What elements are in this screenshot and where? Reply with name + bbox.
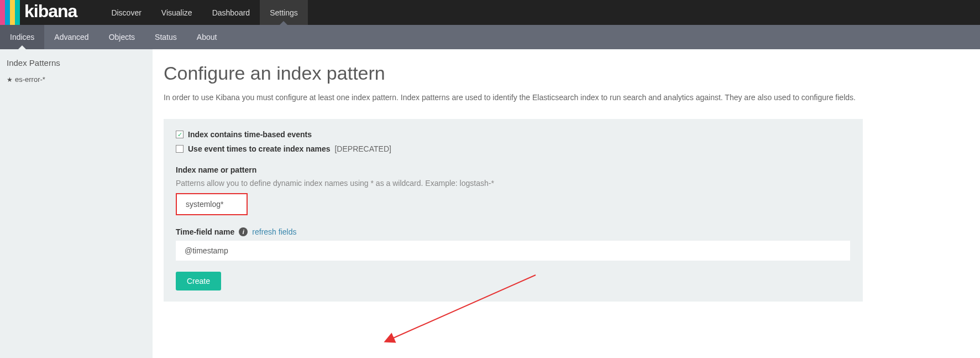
sub-nav: Indices Advanced Objects Status About	[0, 25, 980, 49]
time-field-select[interactable]: @timestamp	[176, 241, 850, 261]
index-name-help: Patterns allow you to define dynamic ind…	[176, 179, 851, 188]
checkbox-time-label: Index contains time-based events	[188, 130, 312, 139]
nav-discover[interactable]: Discover	[101, 0, 151, 25]
time-field-label: Time-field name	[176, 227, 234, 236]
top-nav: kibana Discover Visualize Dashboard Sett…	[0, 0, 980, 25]
logo-stripes	[0, 0, 20, 25]
annotation-arrow	[381, 269, 547, 347]
sidebar: Index Patterns ★ es-error-*	[0, 49, 153, 358]
index-name-label: Index name or pattern	[176, 165, 851, 174]
subnav-advanced[interactable]: Advanced	[44, 25, 98, 49]
page-title: Configure an index pattern	[164, 63, 969, 84]
index-name-highlight	[176, 193, 248, 215]
time-field-row: Time-field name i refresh fields	[176, 227, 851, 236]
star-icon: ★	[7, 76, 13, 84]
checkbox-event-label: Use event times to create index names [D…	[188, 144, 391, 153]
top-nav-items: Discover Visualize Dashboard Settings	[101, 0, 307, 25]
body: Index Patterns ★ es-error-* Configure an…	[0, 49, 980, 358]
main-content: Configure an index pattern In order to u…	[153, 49, 980, 358]
nav-settings[interactable]: Settings	[260, 0, 308, 25]
sidebar-title: Index Patterns	[7, 58, 146, 68]
sidebar-item-es-error[interactable]: ★ es-error-*	[7, 75, 146, 84]
checkbox-time-based[interactable]: ✓	[176, 131, 184, 138]
page-description: In order to use Kibana you must configur…	[164, 92, 969, 103]
checkbox-time-row: ✓ Index contains time-based events	[176, 130, 851, 139]
sidebar-item-label: es-error-*	[15, 75, 45, 84]
checkbox-event-times[interactable]	[176, 145, 184, 153]
subnav-about[interactable]: About	[187, 25, 227, 49]
checkbox-event-row: Use event times to create index names [D…	[176, 144, 851, 153]
config-panel: ✓ Index contains time-based events Use e…	[164, 119, 863, 302]
subnav-indices[interactable]: Indices	[0, 25, 44, 49]
deprecated-tag: [DEPRECATED]	[334, 144, 391, 153]
info-icon[interactable]: i	[239, 227, 248, 236]
refresh-fields-link[interactable]: refresh fields	[252, 227, 296, 236]
nav-dashboard[interactable]: Dashboard	[202, 0, 260, 25]
logo-text: kibana	[20, 1, 85, 24]
subnav-status[interactable]: Status	[145, 25, 187, 49]
create-button[interactable]: Create	[176, 272, 221, 290]
index-name-input[interactable]	[177, 194, 247, 214]
svg-line-0	[392, 275, 536, 339]
subnav-objects[interactable]: Objects	[99, 25, 145, 49]
nav-visualize[interactable]: Visualize	[151, 0, 202, 25]
logo[interactable]: kibana	[0, 0, 85, 25]
